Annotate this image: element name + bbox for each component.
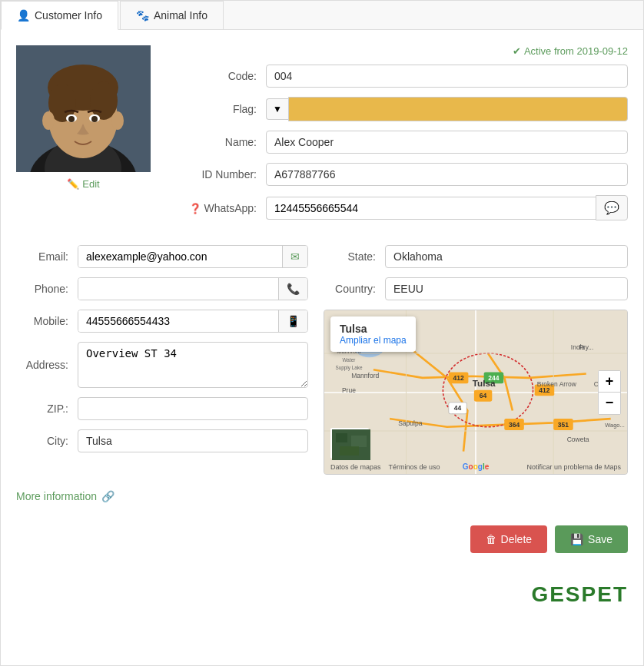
flag-dropdown-button[interactable]: ▼ [266, 98, 288, 120]
svg-text:351: 351 [558, 421, 569, 429]
svg-text:Tulsa: Tulsa [473, 378, 496, 388]
id-input[interactable] [266, 163, 628, 186]
email-label: Email: [16, 250, 78, 263]
mobile-input-group: 📱 [78, 310, 308, 333]
phone-input[interactable] [78, 278, 278, 300]
svg-text:412: 412 [539, 386, 549, 394]
code-input[interactable] [266, 65, 628, 88]
tabs-bar: 👤 Customer Info 🐾 Animal Info [1, 1, 643, 30]
zoom-out-button[interactable]: − [599, 393, 620, 414]
id-row: ID Number: [174, 163, 628, 186]
top-section: ✏️ Edit ✔ Active from 2019-09-12 Code: F… [16, 45, 628, 230]
flag-selector: ▼ [266, 97, 628, 121]
city-label: City: [16, 435, 78, 447]
svg-text:Mannford: Mannford [351, 372, 379, 379]
customer-photo [16, 45, 151, 172]
phone-icon[interactable]: 📞 [278, 278, 307, 300]
svg-text:Prue: Prue [342, 386, 356, 394]
whatsapp-button[interactable]: 💬 [596, 195, 628, 220]
code-row: Code: [174, 65, 628, 88]
footer-actions: 🗑 Delete 💾 Save [16, 525, 628, 561]
more-info-icon: 🔗 [101, 490, 115, 502]
tab-animal-info[interactable]: 🐾 Animal Info [120, 1, 224, 29]
zoom-in-button[interactable]: + [599, 371, 620, 393]
delete-button[interactable]: 🗑 Delete [470, 525, 547, 553]
id-label: ID Number: [174, 168, 266, 181]
whatsapp-row: ❓ WhatsApp: 💬 [174, 195, 628, 220]
satellite-thumbnail[interactable] [330, 428, 369, 459]
mobile-icon[interactable]: 📱 [278, 310, 307, 332]
edit-link[interactable]: ✏️ Edit [16, 178, 151, 190]
main-content: ✏️ Edit ✔ Active from 2019-09-12 Code: F… [1, 30, 643, 576]
svg-point-11 [91, 116, 98, 122]
zip-input[interactable] [78, 397, 308, 420]
map-footer-data: Datos de mapas Términos de uso [330, 463, 440, 471]
code-label: Code: [174, 70, 266, 82]
bottom-section: Email: ✉ Phone: 📞 Mobile: [16, 245, 628, 475]
more-info-link[interactable]: More information 🔗 [16, 490, 628, 502]
mobile-input[interactable] [78, 310, 278, 332]
svg-text:Sapulpa: Sapulpa [398, 419, 422, 427]
save-icon: 💾 [570, 533, 583, 545]
map-container: 412 244 44 64 412 351 364 [324, 310, 628, 475]
tab-customer-label: Customer Info [35, 9, 102, 22]
country-input[interactable] [385, 277, 628, 300]
zip-label: ZIP.: [16, 403, 78, 415]
svg-point-13 [111, 111, 124, 130]
tab-animal-label: Animal Info [154, 9, 207, 22]
flag-row: Flag: ▼ [174, 97, 628, 121]
svg-rect-51 [336, 433, 347, 442]
svg-text:Broken Arrow: Broken Arrow [537, 380, 577, 388]
svg-text:412: 412 [453, 374, 464, 382]
map-zoom-controls: + − [598, 370, 621, 415]
tab-customer-info[interactable]: 👤 Customer Info [1, 1, 118, 30]
city-row: City: [16, 429, 308, 452]
svg-text:64: 64 [480, 392, 487, 399]
country-label: Country: [324, 283, 385, 295]
left-fields: Email: ✉ Phone: 📞 Mobile: [16, 245, 308, 475]
address-label: Address: [16, 359, 78, 371]
name-row: Name: [174, 131, 628, 154]
state-row: State: [324, 245, 628, 268]
help-icon: ❓ [189, 203, 201, 214]
map-popup: Tulsa Ampliar el mapa [330, 316, 416, 352]
trash-icon: 🗑 [486, 533, 496, 545]
photo-section: ✏️ Edit [16, 45, 151, 230]
whatsapp-label: ❓ WhatsApp: [174, 202, 266, 214]
checkmark-icon: ✔ [513, 45, 521, 57]
fields-section: ✔ Active from 2019-09-12 Code: Flag: ▼ [174, 45, 628, 230]
name-input[interactable] [266, 131, 628, 154]
zip-row: ZIP.: [16, 397, 308, 420]
email-row: Email: ✉ [16, 245, 308, 268]
svg-point-10 [68, 116, 75, 122]
svg-rect-52 [351, 436, 367, 447]
customer-icon: 👤 [17, 9, 30, 22]
map-footer-report: Notificar un problema de Maps [526, 463, 621, 471]
svg-text:Wago...: Wago... [605, 422, 624, 429]
map-popup-city: Tulsa [340, 323, 407, 335]
right-map-section: State: Country: [324, 245, 628, 475]
email-icon[interactable]: ✉ [282, 246, 307, 267]
map-expand-link[interactable]: Ampliar el mapa [340, 335, 407, 346]
svg-rect-53 [340, 446, 359, 456]
state-label: State: [324, 250, 385, 263]
svg-text:Coweta: Coweta [567, 436, 589, 443]
animal-icon: 🐾 [136, 9, 149, 22]
address-input[interactable]: Overview ST 34 [78, 342, 308, 388]
phone-label: Phone: [16, 283, 78, 295]
email-input[interactable] [78, 246, 282, 267]
svg-text:Supply Lake: Supply Lake [335, 365, 363, 371]
address-row: Address: Overview ST 34 [16, 342, 308, 388]
edit-icon: ✏️ [67, 178, 79, 190]
country-row: Country: [324, 277, 628, 300]
state-input[interactable] [385, 245, 628, 268]
svg-text:44: 44 [454, 404, 462, 412]
whatsapp-icon: 💬 [604, 201, 619, 214]
save-button[interactable]: 💾 Save [555, 525, 628, 553]
whatsapp-input[interactable] [266, 197, 596, 220]
mobile-row: Mobile: 📱 [16, 310, 308, 333]
flag-label: Flag: [174, 103, 266, 115]
phone-input-group: 📞 [78, 277, 308, 300]
svg-text:Water: Water [343, 357, 357, 363]
city-input[interactable] [78, 429, 308, 452]
